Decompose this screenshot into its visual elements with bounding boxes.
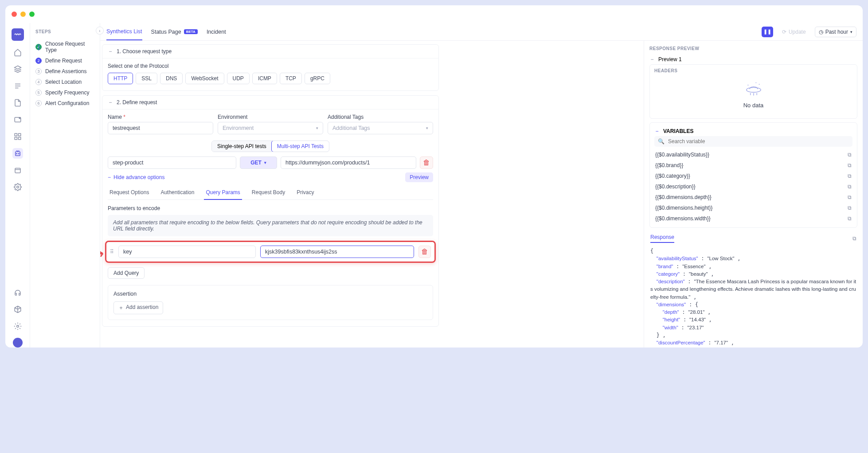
chevron-down-icon: ▾ bbox=[850, 30, 852, 34]
variable-search[interactable]: 🔍 bbox=[654, 136, 852, 147]
protocol-button[interactable]: DNS bbox=[160, 73, 183, 84]
preview-button[interactable]: Preview bbox=[405, 172, 433, 182]
svg-point-11 bbox=[16, 325, 19, 328]
protocol-button[interactable]: WebSocket bbox=[185, 73, 224, 84]
inner-tab[interactable]: Privacy bbox=[295, 186, 316, 199]
section-1-header[interactable]: − 1. Choose request type bbox=[102, 45, 438, 58]
grid-icon[interactable] bbox=[12, 131, 23, 142]
layers-icon[interactable] bbox=[12, 64, 23, 74]
step-item[interactable]: 3Define Assertions bbox=[30, 66, 100, 77]
step-label: Alert Configuration bbox=[45, 100, 89, 106]
param-value-input[interactable] bbox=[260, 246, 414, 258]
synthetics-icon[interactable] bbox=[12, 148, 23, 159]
home-icon[interactable] bbox=[12, 47, 23, 58]
update-button[interactable]: ⟳Update bbox=[782, 29, 806, 35]
protocol-button[interactable]: TCP bbox=[280, 73, 302, 84]
step-item[interactable]: 2Define Request bbox=[30, 55, 100, 66]
app-logo[interactable]: 〰 bbox=[12, 28, 24, 41]
add-query-button[interactable]: Add Query bbox=[108, 267, 145, 279]
step-item[interactable]: ✓Choose Request Type bbox=[30, 39, 100, 55]
name-input[interactable] bbox=[108, 122, 213, 134]
inner-tab[interactable]: Request Options bbox=[108, 186, 151, 199]
copy-icon[interactable]: ⧉ bbox=[852, 235, 856, 242]
step-number: 3 bbox=[35, 68, 42, 74]
inner-tab[interactable]: Authentication bbox=[159, 186, 196, 199]
maximize-window-icon[interactable] bbox=[29, 12, 35, 17]
step-number: 6 bbox=[35, 100, 42, 106]
list-icon[interactable] bbox=[12, 81, 23, 91]
annotation-arrow bbox=[100, 252, 106, 265]
single-step-option[interactable]: Single-step API tests bbox=[212, 141, 272, 152]
gear-icon[interactable] bbox=[12, 321, 23, 332]
protocol-button[interactable]: ICMP bbox=[252, 73, 277, 84]
tags-select[interactable]: Additional Tags▾ bbox=[328, 122, 433, 134]
pause-button[interactable]: ❚❚ bbox=[762, 27, 773, 37]
svg-point-15 bbox=[755, 82, 756, 83]
step-item[interactable]: 5Specify Frequency bbox=[30, 87, 100, 98]
steps-panel: ‹ STEPS ✓Choose Request Type2Define Requ… bbox=[30, 23, 100, 348]
environment-select[interactable]: Environment▾ bbox=[218, 122, 323, 134]
inner-tab[interactable]: Query Params bbox=[204, 186, 242, 200]
response-json: { "availabilityStatus" : "Low Stock" , "… bbox=[649, 246, 857, 348]
step-item[interactable]: 4Select Location bbox=[30, 77, 100, 87]
collapse-steps-button[interactable]: ‹ bbox=[96, 27, 104, 35]
variable-item[interactable]: {{$0.dimensions.height}}⧉ bbox=[654, 203, 852, 213]
preview-1-row[interactable]: −Preview 1 bbox=[649, 55, 857, 64]
param-key-input[interactable] bbox=[118, 246, 256, 258]
copy-icon[interactable]: ⧉ bbox=[848, 215, 852, 222]
protocol-button[interactable]: HTTP bbox=[108, 73, 133, 84]
box-icon[interactable] bbox=[12, 165, 23, 176]
multi-step-option[interactable]: Multi-step API Tests bbox=[271, 141, 329, 152]
top-tab[interactable]: Synthetics List bbox=[106, 23, 142, 40]
protocol-button[interactable]: SSL bbox=[136, 73, 157, 84]
avatar-icon[interactable] bbox=[13, 338, 23, 348]
variable-item[interactable]: {{$0.dimensions.depth}}⧉ bbox=[654, 192, 852, 203]
copy-icon[interactable]: ⧉ bbox=[848, 162, 852, 168]
hide-advance-link[interactable]: −Hide advance options bbox=[108, 174, 164, 180]
top-tab[interactable]: Status Page BETA bbox=[151, 23, 198, 40]
delete-step-button[interactable]: 🗑 bbox=[420, 156, 433, 169]
copy-icon[interactable]: ⧉ bbox=[848, 194, 852, 200]
trash-icon: 🗑 bbox=[421, 248, 428, 256]
variable-item[interactable]: {{$0.availabilityStatus}}⧉ bbox=[654, 149, 852, 160]
variable-item[interactable]: {{$0.description}}⧉ bbox=[654, 181, 852, 192]
step-name-input[interactable] bbox=[108, 156, 236, 169]
support-icon[interactable] bbox=[12, 287, 23, 298]
variables-section: −VARIABLES 🔍 {{$0.availabilityStatus}}⧉{… bbox=[649, 122, 857, 228]
top-tab[interactable]: Incident bbox=[207, 23, 226, 40]
svg-rect-4 bbox=[15, 137, 17, 140]
protocol-button[interactable]: UDP bbox=[227, 73, 250, 84]
http-method-select[interactable]: GET▾ bbox=[240, 156, 277, 169]
notification-icon[interactable] bbox=[12, 114, 23, 125]
variable-item[interactable]: {{$0.dimensions.width}}⧉ bbox=[654, 213, 852, 224]
settings-icon[interactable] bbox=[12, 182, 23, 192]
svg-point-14 bbox=[759, 84, 759, 85]
copy-icon[interactable]: ⧉ bbox=[848, 184, 852, 190]
step-number: 2 bbox=[35, 58, 42, 64]
drag-handle-icon[interactable]: ⠿ bbox=[110, 249, 114, 255]
minimize-window-icon[interactable] bbox=[20, 12, 26, 17]
file-icon[interactable] bbox=[12, 98, 23, 108]
copy-icon[interactable]: ⧉ bbox=[848, 205, 852, 211]
add-assertion-button[interactable]: ＋Add assertion bbox=[113, 301, 163, 314]
time-range-select[interactable]: ◷Past hour▾ bbox=[815, 27, 856, 37]
url-input[interactable] bbox=[281, 156, 416, 169]
variable-search-input[interactable] bbox=[668, 138, 849, 144]
copy-icon[interactable]: ⧉ bbox=[848, 173, 852, 179]
response-tab[interactable]: Response bbox=[650, 234, 674, 243]
steps-title: STEPS bbox=[30, 27, 100, 39]
headers-section: HEADERS No data bbox=[649, 64, 857, 119]
variable-item[interactable]: {{$0.category}}⧉ bbox=[654, 171, 852, 181]
response-preview-title: RESPONSE PREVIEW bbox=[649, 46, 857, 51]
variable-item[interactable]: {{$0.brand}}⧉ bbox=[654, 160, 852, 171]
protocol-button[interactable]: gRPC bbox=[305, 73, 330, 84]
inner-tab[interactable]: Request Body bbox=[250, 186, 287, 199]
delete-param-button[interactable]: 🗑 bbox=[418, 246, 431, 258]
step-item[interactable]: 6Alert Configuration bbox=[30, 98, 100, 109]
copy-icon[interactable]: ⧉ bbox=[848, 152, 852, 158]
close-window-icon[interactable] bbox=[12, 12, 17, 17]
collapse-icon: − bbox=[108, 49, 113, 54]
section-2-header[interactable]: − 2. Define request bbox=[102, 96, 438, 109]
cube-icon[interactable] bbox=[12, 304, 23, 315]
test-mode-toggle: Single-step API tests Multi-step API Tes… bbox=[211, 141, 329, 152]
